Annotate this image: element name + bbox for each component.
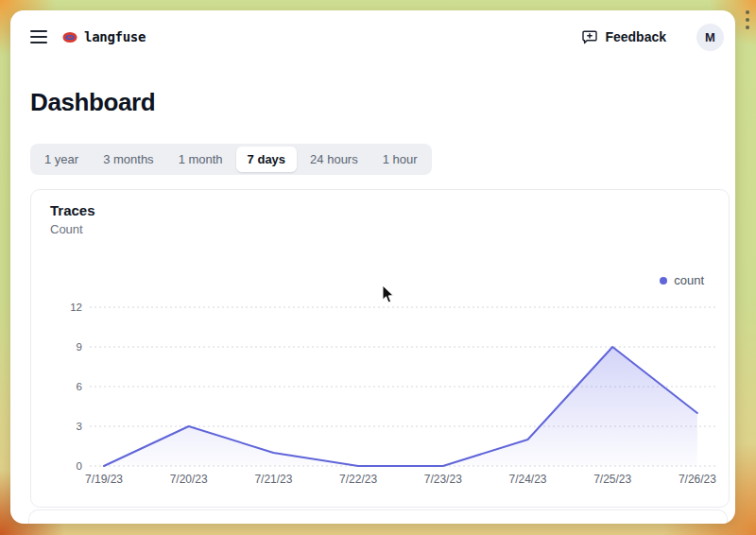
langfuse-logo-icon xyxy=(62,31,77,43)
tab-1-hour[interactable]: 1 hour xyxy=(371,147,429,172)
area-fill xyxy=(104,347,697,466)
y-tick-label: 12 xyxy=(70,302,82,313)
feedback-button[interactable]: Feedback xyxy=(576,26,672,48)
feedback-bubble-icon xyxy=(582,30,597,44)
brand-name: langfuse xyxy=(84,29,146,44)
x-tick-label: 7/20/23 xyxy=(170,473,208,486)
y-tick-label: 3 xyxy=(77,421,82,432)
y-tick-label: 6 xyxy=(77,381,82,392)
frame-grip-dots xyxy=(746,10,749,29)
menu-icon[interactable] xyxy=(30,30,47,43)
next-card-peek xyxy=(28,509,728,524)
x-tick-label: 7/23/23 xyxy=(424,473,462,486)
time-range-tabs: 1 year3 months1 month7 days24 hours1 hou… xyxy=(30,144,432,175)
avatar-initial: M xyxy=(705,30,715,44)
tab-1-month[interactable]: 1 month xyxy=(167,147,234,172)
card-subtitle: Count xyxy=(50,222,710,236)
main-content: Dashboard 1 year3 months1 month7 days24 … xyxy=(10,88,735,508)
page-title: Dashboard xyxy=(30,88,715,117)
brand[interactable]: langfuse xyxy=(62,29,146,44)
avatar[interactable]: M xyxy=(696,24,724,51)
x-tick-label: 7/19/23 xyxy=(85,473,123,486)
tab-7-days[interactable]: 7 days xyxy=(236,147,297,172)
tab-1-year[interactable]: 1 year xyxy=(33,147,90,172)
top-bar: langfuse Feedback M xyxy=(10,10,735,63)
traces-chart[interactable]: 0369127/19/237/20/237/21/237/22/237/23/2… xyxy=(41,269,721,506)
card-title: Traces xyxy=(50,202,710,218)
screen: { "header": { "brand": "langfuse", "feed… xyxy=(0,0,756,535)
y-tick-label: 0 xyxy=(77,460,82,472)
x-tick-label: 7/24/23 xyxy=(508,473,546,486)
y-tick-label: 9 xyxy=(77,341,82,353)
x-tick-label: 7/22/23 xyxy=(339,473,377,486)
app-window: langfuse Feedback M Dashboard 1 year3 mo… xyxy=(10,10,735,524)
traces-card: Traces Count count 0369127/19/237/20/237… xyxy=(30,189,730,508)
x-tick-label: 7/25/23 xyxy=(593,473,631,486)
tab-3-months[interactable]: 3 months xyxy=(92,147,164,172)
tab-24-hours[interactable]: 24 hours xyxy=(299,147,369,172)
feedback-label: Feedback xyxy=(605,29,666,44)
x-tick-label: 7/26/23 xyxy=(679,473,716,486)
x-tick-label: 7/21/23 xyxy=(254,473,292,486)
